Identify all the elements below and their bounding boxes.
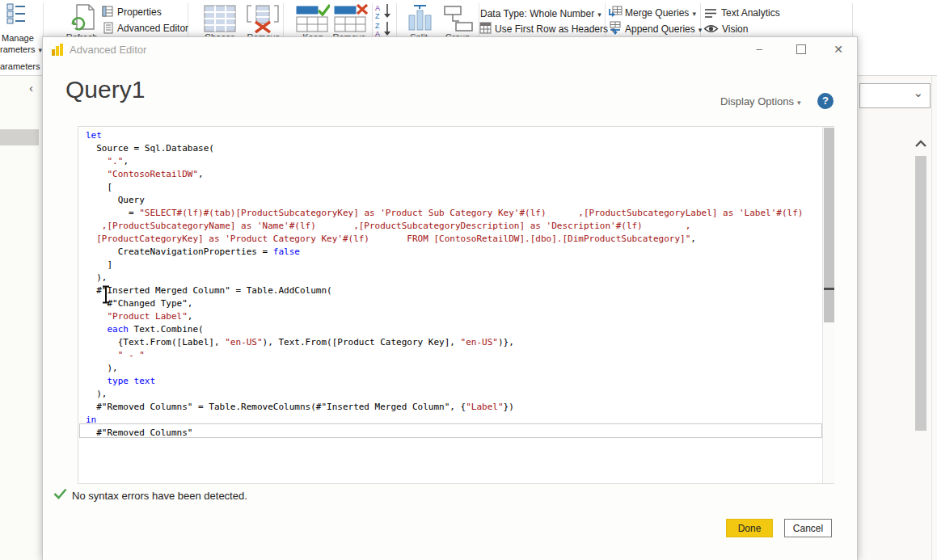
minimize-button[interactable]: – xyxy=(751,42,767,57)
selected-query-bar[interactable] xyxy=(0,129,39,145)
vertical-scrollbar-thumb[interactable] xyxy=(915,156,926,431)
display-options-dropdown[interactable]: Display Options▾ xyxy=(720,95,801,107)
svg-text:Z: Z xyxy=(375,12,380,19)
close-button[interactable]: ✕ xyxy=(830,42,846,57)
syntax-status-message: No syntax errors have been detected. xyxy=(72,490,247,502)
caret-down-icon: ▾ xyxy=(699,26,703,34)
current-line-highlight xyxy=(79,423,822,438)
caret-down-icon: ▾ xyxy=(597,11,601,19)
queries-pane-collapsed: ‹ xyxy=(0,76,42,560)
chevron-down-icon: ⌄ xyxy=(913,86,923,100)
caret-down-icon: ▾ xyxy=(692,10,696,18)
advanced-editor-icon xyxy=(103,22,113,37)
group-by-icon[interactable] xyxy=(443,5,474,36)
split-column-icon[interactable] xyxy=(404,4,435,36)
text-analytics-icon xyxy=(704,7,717,22)
merge-queries-icon xyxy=(608,6,623,22)
collapse-pane-chevron-icon[interactable]: ‹ xyxy=(29,81,33,95)
settings-pane-background: ⌄ xyxy=(857,76,937,560)
use-first-row-button[interactable]: Use First Row as Headers▾ xyxy=(495,23,615,35)
done-button[interactable]: Done xyxy=(726,519,773,537)
caret-down-icon: ▾ xyxy=(797,99,801,107)
editor-scrollbar-track[interactable] xyxy=(822,127,834,483)
manage-parameters-button-line2[interactable]: rameters▾ xyxy=(0,44,42,54)
cancel-button[interactable]: Cancel xyxy=(784,519,832,537)
append-queries-button[interactable]: Append Queries▾ xyxy=(625,23,702,35)
powerbi-logo-icon xyxy=(51,43,65,60)
data-type-button[interactable]: Data Type: Whole Number▾ xyxy=(480,8,601,19)
sort-ascending-icon[interactable]: A Z xyxy=(374,3,394,23)
append-queries-icon xyxy=(608,21,623,38)
remove-rows-icon[interactable] xyxy=(334,4,368,36)
merge-queries-button[interactable]: Merge Queries▾ xyxy=(625,7,696,19)
dialog-titlebar[interactable]: Advanced Editor – ✕ xyxy=(43,37,857,61)
m-code-text[interactable]: let Source = Sql.Database( ".", "Contoso… xyxy=(86,129,803,440)
svg-text:Z: Z xyxy=(375,22,380,30)
advanced-editor-dialog: Advanced Editor – ✕ Query1 Display Optio… xyxy=(42,36,858,560)
parameters-group-label: arameters xyxy=(0,61,40,71)
refresh-preview-icon[interactable] xyxy=(68,3,97,36)
choose-columns-icon[interactable] xyxy=(204,4,236,36)
vision-icon xyxy=(703,23,719,37)
background-dropdown[interactable]: ⌄ xyxy=(859,83,931,108)
properties-icon xyxy=(102,6,113,20)
editor-scrollbar-marker xyxy=(824,288,834,290)
help-icon[interactable]: ? xyxy=(817,93,834,109)
pane-border xyxy=(931,76,932,560)
power-query-editor-window: Manage rameters▾ arameters Refresh Prope xyxy=(0,0,937,560)
remove-columns-icon[interactable] xyxy=(245,4,281,36)
keep-rows-icon[interactable] xyxy=(296,4,330,36)
scroll-up-arrow-icon[interactable] xyxy=(914,137,927,147)
use-first-row-icon xyxy=(479,22,492,37)
m-code-editor[interactable]: let Source = Sql.Database( ".", "Contoso… xyxy=(78,126,834,484)
svg-text:A: A xyxy=(375,4,380,12)
vision-button[interactable]: Vision xyxy=(722,23,748,35)
text-analytics-button[interactable]: Text Analytics xyxy=(721,7,780,19)
properties-button[interactable]: Properties xyxy=(117,6,162,18)
advanced-editor-button[interactable]: Advanced Editor xyxy=(117,23,188,34)
syntax-ok-check-icon xyxy=(53,488,67,503)
text-cursor-ibeam-icon xyxy=(101,285,111,307)
manage-parameters-icon[interactable] xyxy=(5,2,27,27)
maximize-button[interactable] xyxy=(793,42,809,57)
query-name-heading: Query1 xyxy=(65,76,145,103)
dialog-title: Advanced Editor xyxy=(70,44,146,56)
editor-scrollbar-thumb[interactable] xyxy=(824,128,834,322)
manage-parameters-button[interactable]: Manage xyxy=(2,33,34,43)
